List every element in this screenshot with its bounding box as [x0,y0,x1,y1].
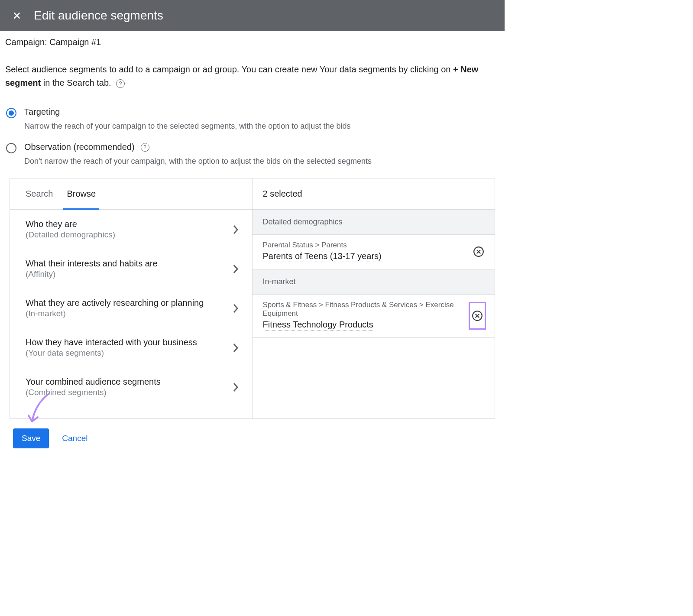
selected-count: 2 selected [253,178,495,210]
segment-breadcrumb: Parental Status > Parents [263,241,382,250]
browse-item-title: Your combined audience segments [26,377,161,387]
browse-item[interactable]: How they have interacted with your busin… [10,328,252,367]
browse-item-subtitle: (In-market) [26,309,204,318]
browse-item-subtitle: (Your data segments) [26,348,197,358]
tab-bar: Search Browse [10,178,252,210]
chevron-right-icon [232,224,239,235]
help-icon[interactable]: ? [116,79,125,88]
campaign-label: Campaign: Campaign #1 [5,37,499,47]
tab-search[interactable]: Search [26,178,53,209]
tab-browse[interactable]: Browse [67,178,96,209]
segment-group-header: Detailed demographics [253,210,495,235]
browse-item-title: What they are actively researching or pl… [26,298,204,308]
radio-observation[interactable] [6,143,16,153]
panel-left: Search Browse Who they are(Detailed demo… [10,178,253,418]
browse-item[interactable]: Who they are(Detailed demographics) [10,210,252,249]
segment-breadcrumb: Sports & Fitness > Fitness Products & Se… [263,301,463,318]
remove-segment-icon[interactable] [469,302,486,330]
browse-item-subtitle: (Affinity) [26,269,158,279]
dialog-header: Edit audience segments [0,0,505,31]
chevron-right-icon [232,382,239,393]
browse-item-title: How they have interacted with your busin… [26,337,197,347]
close-icon[interactable] [12,11,22,20]
save-button[interactable]: Save [13,428,49,448]
browse-item-subtitle: (Detailed demographics) [26,230,115,240]
browse-item-title: What their interests and habits are [26,259,158,269]
chevron-right-icon [232,342,239,353]
browse-item-subtitle: (Combined segments) [26,388,161,397]
segment-name: Fitness Technology Products [263,320,373,331]
radio-targeting-desc: Narrow the reach of your campaign to the… [24,121,499,132]
segment-name: Parents of Teens (13-17 years) [263,251,382,262]
radio-targeting-label: Targeting [24,107,60,117]
segments-panel: Search Browse Who they are(Detailed demo… [10,178,495,419]
segment-group-header: In-market [253,269,495,295]
cancel-button[interactable]: Cancel [62,434,87,443]
chevron-right-icon [232,263,239,275]
selected-segment: Sports & Fitness > Fitness Products & Se… [253,295,495,338]
help-icon[interactable]: ? [141,143,149,152]
instruction-text: Select audience segments to add to a cam… [5,63,499,90]
radio-observation-desc: Don't narrow the reach of your campaign,… [24,156,499,167]
radio-targeting[interactable] [6,108,16,118]
panel-right: 2 selected Detailed demographicsParental… [253,178,495,418]
radio-observation-label: Observation (recommended) ? [24,142,149,152]
chevron-right-icon [232,303,239,314]
dialog-title: Edit audience segments [34,9,163,23]
footer: Save Cancel [5,419,499,458]
remove-segment-icon[interactable] [471,244,486,259]
browse-item[interactable]: What their interests and habits are(Affi… [10,249,252,289]
selected-segment: Parental Status > ParentsParents of Teen… [253,235,495,269]
browse-item[interactable]: Your combined audience segments(Combined… [10,367,252,407]
browse-item-title: Who they are [26,219,115,229]
browse-item[interactable]: What they are actively researching or pl… [10,289,252,328]
radio-group: Targeting Narrow the reach of your campa… [5,107,499,167]
